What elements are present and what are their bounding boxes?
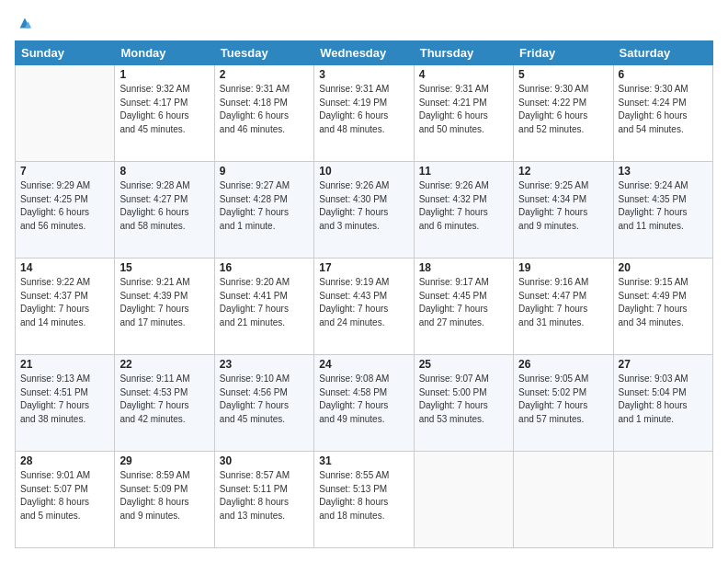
- day-cell: 6Sunrise: 9:30 AM Sunset: 4:24 PM Daylig…: [613, 65, 712, 162]
- day-number: 18: [419, 261, 508, 274]
- day-cell: 20Sunrise: 9:15 AM Sunset: 4:49 PM Dayli…: [613, 259, 712, 355]
- day-info: Sunrise: 9:29 AM Sunset: 4:25 PM Dayligh…: [20, 179, 109, 233]
- day-info: Sunrise: 9:30 AM Sunset: 4:24 PM Dayligh…: [619, 83, 708, 136]
- week-row-2: 14Sunrise: 9:22 AM Sunset: 4:37 PM Dayli…: [16, 259, 713, 355]
- day-number: 1: [119, 68, 209, 81]
- weekday-thursday: Thursday: [414, 41, 513, 65]
- day-cell: 3Sunrise: 9:31 AM Sunset: 4:19 PM Daylig…: [314, 65, 414, 162]
- day-info: Sunrise: 9:31 AM Sunset: 4:21 PM Dayligh…: [419, 83, 508, 136]
- day-cell: 15Sunrise: 9:21 AM Sunset: 4:39 PM Dayli…: [115, 259, 214, 355]
- week-row-4: 28Sunrise: 9:01 AM Sunset: 5:07 PM Dayli…: [16, 452, 713, 548]
- day-cell: 31Sunrise: 8:55 AM Sunset: 5:13 PM Dayli…: [314, 452, 414, 548]
- day-number: 14: [20, 261, 109, 274]
- day-info: Sunrise: 9:19 AM Sunset: 4:43 PM Dayligh…: [319, 276, 408, 329]
- day-number: 31: [319, 454, 408, 467]
- weekday-saturday: Saturday: [613, 41, 712, 65]
- weekday-wednesday: Wednesday: [314, 41, 414, 65]
- day-cell: 13Sunrise: 9:24 AM Sunset: 4:35 PM Dayli…: [613, 162, 712, 259]
- day-number: 23: [220, 358, 309, 371]
- day-cell: 28Sunrise: 9:01 AM Sunset: 5:07 PM Dayli…: [16, 452, 115, 548]
- day-cell: 9Sunrise: 9:27 AM Sunset: 4:28 PM Daylig…: [214, 162, 313, 259]
- day-info: Sunrise: 9:10 AM Sunset: 4:56 PM Dayligh…: [220, 373, 309, 426]
- day-info: Sunrise: 9:28 AM Sunset: 4:27 PM Dayligh…: [119, 179, 209, 233]
- day-cell: 21Sunrise: 9:13 AM Sunset: 4:51 PM Dayli…: [16, 355, 115, 452]
- day-info: Sunrise: 9:24 AM Sunset: 4:35 PM Dayligh…: [619, 179, 708, 233]
- day-cell: 22Sunrise: 9:11 AM Sunset: 4:53 PM Dayli…: [115, 355, 214, 452]
- day-cell: [16, 65, 115, 162]
- day-cell: 2Sunrise: 9:31 AM Sunset: 4:18 PM Daylig…: [214, 65, 313, 162]
- day-number: 27: [619, 358, 708, 371]
- day-number: 29: [119, 454, 209, 467]
- day-number: 16: [220, 261, 309, 274]
- day-cell: 1Sunrise: 9:32 AM Sunset: 4:17 PM Daylig…: [115, 65, 214, 162]
- page: SundayMondayTuesdayWednesdayThursdayFrid…: [0, 0, 728, 563]
- day-cell: 8Sunrise: 9:28 AM Sunset: 4:27 PM Daylig…: [115, 162, 214, 259]
- day-cell: 7Sunrise: 9:29 AM Sunset: 4:25 PM Daylig…: [16, 162, 115, 259]
- weekday-monday: Monday: [115, 41, 214, 65]
- day-info: Sunrise: 9:13 AM Sunset: 4:51 PM Dayligh…: [20, 373, 109, 426]
- calendar-table: SundayMondayTuesdayWednesdayThursdayFrid…: [15, 40, 713, 548]
- logo: [15, 15, 33, 31]
- week-row-0: 1Sunrise: 9:32 AM Sunset: 4:17 PM Daylig…: [16, 65, 713, 162]
- day-info: Sunrise: 9:26 AM Sunset: 4:30 PM Dayligh…: [319, 179, 408, 233]
- day-info: Sunrise: 9:30 AM Sunset: 4:22 PM Dayligh…: [518, 83, 608, 136]
- day-number: 7: [20, 165, 109, 178]
- day-cell: 25Sunrise: 9:07 AM Sunset: 5:00 PM Dayli…: [414, 355, 513, 452]
- day-number: 5: [518, 68, 608, 81]
- weekday-tuesday: Tuesday: [214, 41, 313, 65]
- day-number: 11: [419, 165, 508, 178]
- day-cell: 19Sunrise: 9:16 AM Sunset: 4:47 PM Dayli…: [514, 259, 613, 355]
- weekday-header-row: SundayMondayTuesdayWednesdayThursdayFrid…: [16, 41, 713, 65]
- day-info: Sunrise: 9:05 AM Sunset: 5:02 PM Dayligh…: [518, 373, 608, 426]
- day-number: 2: [220, 68, 309, 81]
- day-number: 21: [20, 358, 109, 371]
- day-info: Sunrise: 9:22 AM Sunset: 4:37 PM Dayligh…: [20, 276, 109, 329]
- day-number: 24: [319, 358, 408, 371]
- day-number: 9: [220, 165, 309, 178]
- week-row-1: 7Sunrise: 9:29 AM Sunset: 4:25 PM Daylig…: [16, 162, 713, 259]
- header: [15, 15, 713, 31]
- day-number: 20: [619, 261, 708, 274]
- day-info: Sunrise: 9:11 AM Sunset: 4:53 PM Dayligh…: [119, 373, 209, 426]
- weekday-friday: Friday: [514, 41, 613, 65]
- day-number: 3: [319, 68, 408, 81]
- day-info: Sunrise: 9:03 AM Sunset: 5:04 PM Dayligh…: [619, 373, 708, 426]
- day-info: Sunrise: 9:25 AM Sunset: 4:34 PM Dayligh…: [518, 179, 608, 233]
- day-number: 15: [119, 261, 209, 274]
- day-number: 6: [619, 68, 708, 81]
- day-cell: 23Sunrise: 9:10 AM Sunset: 4:56 PM Dayli…: [214, 355, 313, 452]
- day-number: 22: [119, 358, 209, 371]
- day-info: Sunrise: 9:17 AM Sunset: 4:45 PM Dayligh…: [419, 276, 508, 329]
- day-cell: 27Sunrise: 9:03 AM Sunset: 5:04 PM Dayli…: [613, 355, 712, 452]
- day-cell: 4Sunrise: 9:31 AM Sunset: 4:21 PM Daylig…: [414, 65, 513, 162]
- day-info: Sunrise: 8:55 AM Sunset: 5:13 PM Dayligh…: [319, 469, 408, 523]
- day-number: 10: [319, 165, 408, 178]
- week-row-3: 21Sunrise: 9:13 AM Sunset: 4:51 PM Dayli…: [16, 355, 713, 452]
- day-cell: [514, 452, 613, 548]
- day-cell: 24Sunrise: 9:08 AM Sunset: 4:58 PM Dayli…: [314, 355, 414, 452]
- day-cell: 16Sunrise: 9:20 AM Sunset: 4:41 PM Dayli…: [214, 259, 313, 355]
- day-cell: 12Sunrise: 9:25 AM Sunset: 4:34 PM Dayli…: [514, 162, 613, 259]
- day-info: Sunrise: 9:07 AM Sunset: 5:00 PM Dayligh…: [419, 373, 508, 426]
- day-cell: 18Sunrise: 9:17 AM Sunset: 4:45 PM Dayli…: [414, 259, 513, 355]
- day-number: 25: [419, 358, 508, 371]
- day-cell: 17Sunrise: 9:19 AM Sunset: 4:43 PM Dayli…: [314, 259, 414, 355]
- day-cell: 26Sunrise: 9:05 AM Sunset: 5:02 PM Dayli…: [514, 355, 613, 452]
- day-number: 26: [518, 358, 608, 371]
- day-info: Sunrise: 9:20 AM Sunset: 4:41 PM Dayligh…: [220, 276, 309, 329]
- day-cell: [613, 452, 712, 548]
- day-info: Sunrise: 9:27 AM Sunset: 4:28 PM Dayligh…: [220, 179, 309, 233]
- day-number: 13: [619, 165, 708, 178]
- day-info: Sunrise: 9:08 AM Sunset: 4:58 PM Dayligh…: [319, 373, 408, 426]
- day-number: 28: [20, 454, 109, 467]
- day-info: Sunrise: 9:26 AM Sunset: 4:32 PM Dayligh…: [419, 179, 508, 233]
- day-info: Sunrise: 9:32 AM Sunset: 4:17 PM Dayligh…: [119, 83, 209, 136]
- weekday-sunday: Sunday: [16, 41, 115, 65]
- day-info: Sunrise: 9:31 AM Sunset: 4:18 PM Dayligh…: [220, 83, 309, 136]
- day-cell: 14Sunrise: 9:22 AM Sunset: 4:37 PM Dayli…: [16, 259, 115, 355]
- day-cell: 29Sunrise: 8:59 AM Sunset: 5:09 PM Dayli…: [115, 452, 214, 548]
- day-info: Sunrise: 9:01 AM Sunset: 5:07 PM Dayligh…: [20, 469, 109, 523]
- day-info: Sunrise: 9:16 AM Sunset: 4:47 PM Dayligh…: [518, 276, 608, 329]
- day-info: Sunrise: 9:21 AM Sunset: 4:39 PM Dayligh…: [119, 276, 209, 329]
- day-number: 12: [518, 165, 608, 178]
